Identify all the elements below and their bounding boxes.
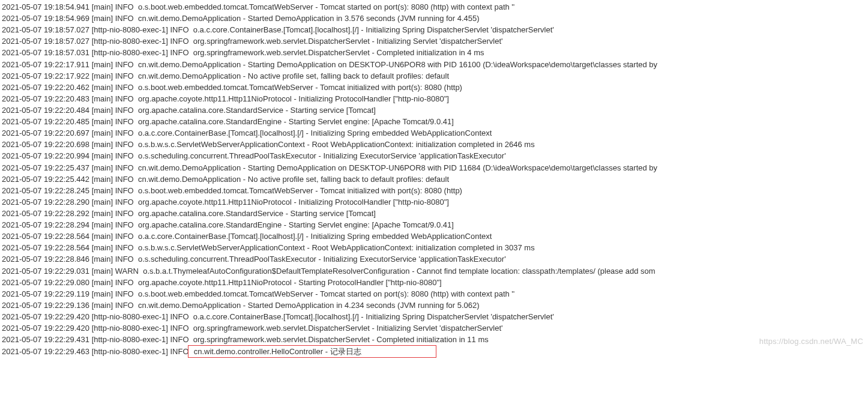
log-level: WARN bbox=[115, 267, 139, 276]
log-thread: [http-nio-8080-exec-1] bbox=[92, 347, 168, 356]
log-thread: [main] bbox=[92, 163, 113, 172]
log-level: INFO bbox=[170, 37, 188, 46]
log-timestamp: 2021-05-07 19:22:29.420 bbox=[2, 312, 89, 321]
log-timestamp: 2021-05-07 19:22:28.292 bbox=[2, 209, 89, 218]
log-message: o.s.boot.web.embedded.tomcat.TomcatWebSe… bbox=[134, 186, 462, 195]
log-level: INFO bbox=[115, 83, 134, 92]
log-level: INFO bbox=[115, 163, 134, 172]
log-thread: [main] bbox=[92, 197, 113, 207]
log-line: 2021-05-07 19:18:57.027 [http-nio-8080-e… bbox=[2, 24, 868, 35]
log-timestamp: 2021-05-07 19:22:20.698 bbox=[2, 140, 89, 149]
log-timestamp: 2021-05-07 19:22:25.442 bbox=[2, 175, 89, 184]
log-level: INFO bbox=[115, 186, 134, 195]
log-thread: [http-nio-8080-exec-1] bbox=[92, 324, 168, 333]
log-thread: [main] bbox=[92, 186, 113, 195]
log-timestamp: 2021-05-07 19:22:20.484 bbox=[2, 106, 89, 115]
log-message: org.springframework.web.servlet.Dispatch… bbox=[189, 37, 503, 46]
log-message: org.apache.catalina.core.StandardService… bbox=[134, 106, 376, 115]
log-level: INFO bbox=[115, 175, 134, 184]
log-message: o.s.boot.web.embedded.tomcat.TomcatWebSe… bbox=[134, 2, 515, 11]
log-line: 2021-05-07 19:18:57.027 [http-nio-8080-e… bbox=[2, 35, 868, 47]
log-level: INFO bbox=[115, 278, 134, 287]
log-thread: [main] bbox=[92, 267, 113, 276]
log-line: 2021-05-07 19:22:29.463 [http-nio-8080-e… bbox=[2, 345, 868, 358]
log-thread: [main] bbox=[92, 14, 113, 23]
log-thread: [main] bbox=[92, 128, 113, 137]
log-message: org.apache.coyote.http11.Http11NioProtoc… bbox=[134, 278, 442, 287]
log-line: 2021-05-07 19:22:28.564 [main] INFO o.s.… bbox=[2, 242, 868, 253]
log-timestamp: 2021-05-07 19:22:17.911 bbox=[2, 60, 89, 69]
log-message: cn.wit.demo.DemoApplication - No active … bbox=[134, 175, 449, 184]
log-level: INFO bbox=[115, 232, 134, 241]
log-message: org.apache.catalina.core.StandardEngine … bbox=[134, 117, 454, 126]
log-timestamp: 2021-05-07 19:22:20.697 bbox=[2, 128, 89, 137]
log-level: INFO bbox=[115, 243, 134, 252]
log-timestamp: 2021-05-07 19:22:29.119 bbox=[2, 289, 89, 298]
log-level: INFO bbox=[115, 2, 134, 11]
log-message: org.apache.coyote.http11.Http11NioProtoc… bbox=[134, 94, 449, 103]
log-thread: [main] bbox=[92, 83, 113, 92]
log-line: 2021-05-07 19:22:28.245 [main] INFO o.s.… bbox=[2, 185, 868, 196]
log-timestamp: 2021-05-07 19:22:28.245 bbox=[2, 186, 89, 195]
log-message: o.s.b.w.s.c.ServletWebServerApplicationC… bbox=[134, 243, 535, 252]
log-level: INFO bbox=[115, 128, 134, 137]
log-line: 2021-05-07 19:18:57.031 [http-nio-8080-e… bbox=[2, 47, 868, 58]
log-timestamp: 2021-05-07 19:22:20.485 bbox=[2, 117, 89, 126]
log-level: INFO bbox=[170, 335, 188, 344]
log-level: INFO bbox=[115, 151, 134, 160]
log-line: 2021-05-07 19:22:25.437 [main] INFO cn.w… bbox=[2, 162, 868, 173]
log-message: org.apache.catalina.core.StandardEngine … bbox=[134, 220, 454, 229]
log-message: org.apache.catalina.core.StandardService… bbox=[134, 209, 376, 218]
log-timestamp: 2021-05-07 19:22:29.080 bbox=[2, 278, 89, 287]
log-message: cn.wit.demo.DemoApplication - No active … bbox=[134, 71, 449, 80]
log-thread: [main] bbox=[92, 243, 113, 252]
log-line: 2021-05-07 19:22:20.462 [main] INFO o.s.… bbox=[2, 82, 868, 93]
log-level: INFO bbox=[170, 312, 188, 321]
log-timestamp: 2021-05-07 19:22:29.463 bbox=[2, 347, 89, 356]
log-line: 2021-05-07 19:22:28.294 [main] INFO org.… bbox=[2, 219, 868, 231]
log-thread: [main] bbox=[92, 278, 113, 287]
log-line: 2021-05-07 19:22:29.136 [main] INFO cn.w… bbox=[2, 300, 868, 311]
log-timestamp: 2021-05-07 19:18:54.969 bbox=[2, 14, 89, 23]
log-level: INFO bbox=[115, 71, 134, 80]
log-message: o.a.c.core.ContainerBase.[Tomcat].[local… bbox=[189, 312, 554, 321]
log-message: o.s.boot.web.embedded.tomcat.TomcatWebSe… bbox=[134, 83, 462, 92]
log-message: cn.wit.demo.DemoApplication - Starting D… bbox=[134, 163, 660, 172]
log-thread: [main] bbox=[92, 140, 113, 149]
log-level: INFO bbox=[115, 255, 134, 264]
log-message: o.a.c.core.ContainerBase.[Tomcat].[local… bbox=[134, 232, 492, 241]
log-thread: [main] bbox=[92, 71, 113, 80]
log-level: INFO bbox=[115, 289, 134, 298]
log-message: org.springframework.web.servlet.Dispatch… bbox=[189, 324, 503, 333]
log-thread: [main] bbox=[92, 301, 113, 310]
log-thread: [main] bbox=[92, 255, 113, 264]
log-thread: [http-nio-8080-exec-1] bbox=[92, 48, 168, 57]
log-message: cn.wit.demo.DemoApplication - Started De… bbox=[134, 14, 480, 23]
log-line: 2021-05-07 19:22:29.080 [main] INFO org.… bbox=[2, 277, 868, 288]
log-timestamp: 2021-05-07 19:18:57.027 bbox=[2, 25, 89, 34]
log-line: 2021-05-07 19:22:29.119 [main] INFO o.s.… bbox=[2, 288, 868, 300]
log-line: 2021-05-07 19:22:17.911 [main] INFO cn.w… bbox=[2, 59, 868, 70]
log-message: o.a.c.core.ContainerBase.[Tomcat].[local… bbox=[134, 128, 492, 137]
log-thread: [main] bbox=[92, 151, 113, 160]
log-message: o.s.b.a.t.ThymeleafAutoConfiguration$Def… bbox=[139, 267, 656, 276]
log-thread: [http-nio-8080-exec-1] bbox=[92, 25, 168, 34]
log-timestamp: 2021-05-07 19:22:29.031 bbox=[2, 267, 89, 276]
log-level: INFO bbox=[115, 197, 134, 207]
log-line: 2021-05-07 19:22:17.922 [main] INFO cn.w… bbox=[2, 70, 868, 82]
log-timestamp: 2021-05-07 19:22:28.564 bbox=[2, 232, 89, 241]
log-timestamp: 2021-05-07 19:18:57.031 bbox=[2, 48, 89, 57]
log-timestamp: 2021-05-07 19:22:25.437 bbox=[2, 163, 89, 172]
log-line: 2021-05-07 19:22:20.697 [main] INFO o.a.… bbox=[2, 127, 868, 139]
log-thread: [main] bbox=[92, 220, 113, 229]
log-line: 2021-05-07 19:22:20.484 [main] INFO org.… bbox=[2, 104, 868, 116]
log-level: INFO bbox=[115, 106, 134, 115]
log-timestamp: 2021-05-07 19:22:28.846 bbox=[2, 255, 89, 264]
log-timestamp: 2021-05-07 19:22:20.483 bbox=[2, 94, 89, 103]
log-thread: [main] bbox=[92, 94, 113, 103]
log-timestamp: 2021-05-07 19:22:29.431 bbox=[2, 335, 89, 344]
log-line: 2021-05-07 19:22:29.431 [http-nio-8080-e… bbox=[2, 334, 868, 345]
log-level: INFO bbox=[170, 324, 188, 333]
log-level: INFO bbox=[115, 209, 134, 218]
log-output[interactable]: 2021-05-07 19:18:54.941 [main] INFO o.s.… bbox=[2, 1, 868, 358]
